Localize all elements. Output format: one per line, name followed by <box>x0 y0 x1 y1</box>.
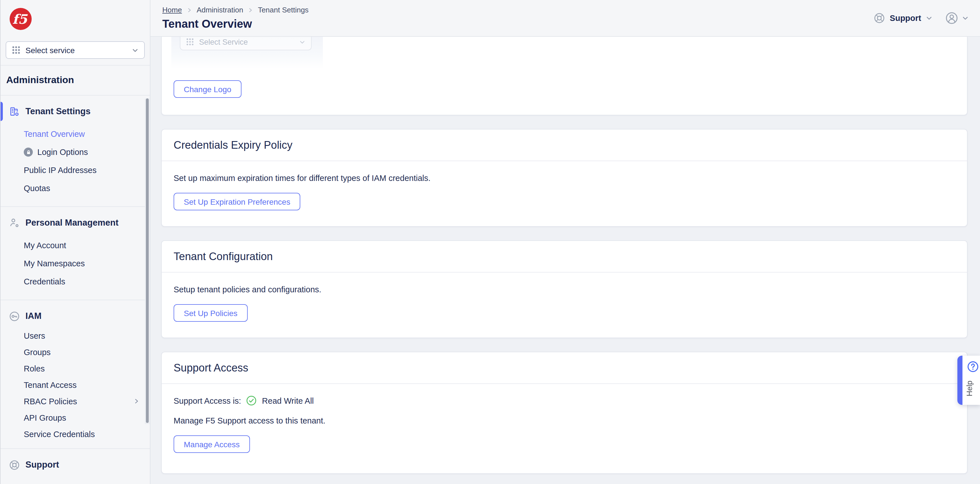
status-value: Read Write All <box>262 396 314 405</box>
sidebar-heading: Administration <box>0 65 150 95</box>
help-tab[interactable]: Help <box>958 356 980 405</box>
sidebar-section-title: Tenant Settings <box>25 106 91 116</box>
sidebar-section-tenant-settings: Tenant Settings Tenant Overview Login Op… <box>0 96 150 206</box>
card-description: Setup tenant policies and configurations… <box>173 284 955 295</box>
question-circle-icon <box>967 361 979 373</box>
sidebar-item-public-ip-addresses[interactable]: Public IP Addresses <box>0 161 150 179</box>
sidebar-item-tenant-settings[interactable]: Tenant Settings <box>0 103 150 120</box>
card-header: Credentials Expiry Policy <box>162 129 967 161</box>
card-body: Support Access is: Read Write All Manage… <box>162 384 967 473</box>
help-tab-stripe <box>958 356 963 405</box>
card-body: Set up maximum expiration times for diff… <box>162 161 967 226</box>
sidebar-item-iam[interactable]: IAM <box>0 307 150 325</box>
sidebar-item-users[interactable]: Users <box>0 327 150 344</box>
grid-dots-icon <box>186 38 194 46</box>
sidebar-section-support: Support <box>0 449 150 473</box>
service-selector[interactable]: Select service <box>6 41 145 59</box>
sidebar: f5 Select service Administration <box>0 0 150 484</box>
card-title: Support Access <box>173 361 248 374</box>
breadcrumb-home-link[interactable]: Home <box>162 6 182 14</box>
card-title: Credentials Expiry Policy <box>173 139 292 151</box>
sidebar-item-groups[interactable]: Groups <box>0 344 150 360</box>
main-area: Home Administration Tenant Settings Tena… <box>150 0 980 484</box>
sidebar-section-title: Personal Management <box>25 218 118 228</box>
sidebar-section-iam: IAM Users Groups Roles Tenant Access RBA… <box>0 300 150 448</box>
support-access-card: Support Access Support Access is: Read W… <box>161 352 967 474</box>
manage-access-button[interactable]: Manage Access <box>173 435 250 453</box>
page-title: Tenant Overview <box>162 18 309 30</box>
change-logo-button[interactable]: Change Logo <box>173 80 242 98</box>
support-menu[interactable]: Support <box>874 13 932 24</box>
card-header: Support Access <box>162 352 967 384</box>
sidebar-scrollbar-thumb[interactable] <box>146 99 149 423</box>
sidebar-item-my-namespaces[interactable]: My Namespaces <box>0 255 150 272</box>
sidebar-item-roles[interactable]: Roles <box>0 360 150 377</box>
support-access-status: Support Access is: Read Write All <box>173 395 955 406</box>
card-description: Manage F5 Support access to this tenant. <box>173 415 955 426</box>
help-tab-label: Help <box>958 382 980 395</box>
chevron-down-icon <box>132 47 138 53</box>
key-icon <box>8 311 21 322</box>
check-circle-icon <box>246 395 257 406</box>
card-header: Tenant Configuration <box>162 241 967 272</box>
sidebar-item-api-groups[interactable]: API Groups <box>0 409 150 426</box>
header-right: Support <box>874 11 969 25</box>
sidebar-item-tenant-access[interactable]: Tenant Access <box>0 377 150 393</box>
setup-expiration-preferences-button[interactable]: Set Up Expiration Preferences <box>173 193 301 210</box>
sidebar-section-title: Support <box>25 460 59 470</box>
card-body: Setup tenant policies and configurations… <box>162 272 967 338</box>
setup-policies-button[interactable]: Set Up Policies <box>173 304 248 322</box>
chevron-right-icon <box>134 398 140 404</box>
sidebar-section-personal-management: Personal Management My Account My Namesp… <box>0 207 150 300</box>
status-label: Support Access is: <box>173 396 241 405</box>
card-title: Tenant Configuration <box>173 250 273 263</box>
sidebar-item-personal-management[interactable]: Personal Management <box>0 214 150 231</box>
sidebar-item-rbac-policies[interactable]: RBAC Policies <box>0 393 150 409</box>
page-content: Select Service Change Logo Credentials E… <box>150 37 980 484</box>
logo-preview-image: Select Service <box>171 37 323 69</box>
tenant-configuration-card: Tenant Configuration Setup tenant polici… <box>161 240 967 338</box>
avatar-icon <box>945 11 959 25</box>
credentials-expiry-card: Credentials Expiry Policy Set up maximum… <box>161 129 967 227</box>
user-gear-icon <box>8 217 21 228</box>
chevron-down-icon <box>299 39 305 45</box>
breadcrumb-administration[interactable]: Administration <box>197 6 243 14</box>
sidebar-item-credentials[interactable]: Credentials <box>0 272 150 291</box>
brand-logo[interactable]: f5 <box>10 8 150 30</box>
sidebar-item-support[interactable]: Support <box>0 456 150 473</box>
app-window: f5 Select service Administration <box>0 0 980 484</box>
header-left: Home Administration Tenant Settings Tena… <box>162 6 309 30</box>
lifebuoy-icon <box>874 13 885 24</box>
building-gear-icon <box>8 106 21 117</box>
sidebar-item-quotas[interactable]: Quotas <box>0 179 150 197</box>
breadcrumb: Home Administration Tenant Settings <box>162 6 309 14</box>
sidebar-item-service-credentials[interactable]: Service Credentials <box>0 426 150 442</box>
logo-preview-select: Select Service <box>180 37 312 50</box>
sidebar-item-my-account[interactable]: My Account <box>0 236 150 255</box>
breadcrumb-tenant-settings: Tenant Settings <box>258 6 309 14</box>
chevron-right-icon <box>248 7 253 13</box>
card-description: Set up maximum expiration times for diff… <box>173 172 955 184</box>
grid-dots-icon <box>12 46 21 54</box>
service-selector-label: Select service <box>25 46 132 54</box>
page-header: Home Administration Tenant Settings Tena… <box>150 0 980 37</box>
chevron-right-icon <box>186 7 192 13</box>
f5-logo-icon: f5 <box>10 8 32 30</box>
user-menu[interactable] <box>945 11 969 25</box>
chevron-down-icon <box>962 15 969 21</box>
sidebar-section-title: IAM <box>25 311 41 321</box>
lock-icon <box>24 148 33 157</box>
sidebar-item-tenant-overview[interactable]: Tenant Overview <box>0 125 150 143</box>
tenant-logo-card: Select Service Change Logo <box>161 37 967 115</box>
lifebuoy-icon <box>8 459 21 470</box>
support-menu-label: Support <box>890 14 921 22</box>
sidebar-item-login-options[interactable]: Login Options <box>0 143 150 161</box>
chevron-down-icon <box>926 15 932 21</box>
logo-preview-select-label: Select Service <box>199 38 299 46</box>
